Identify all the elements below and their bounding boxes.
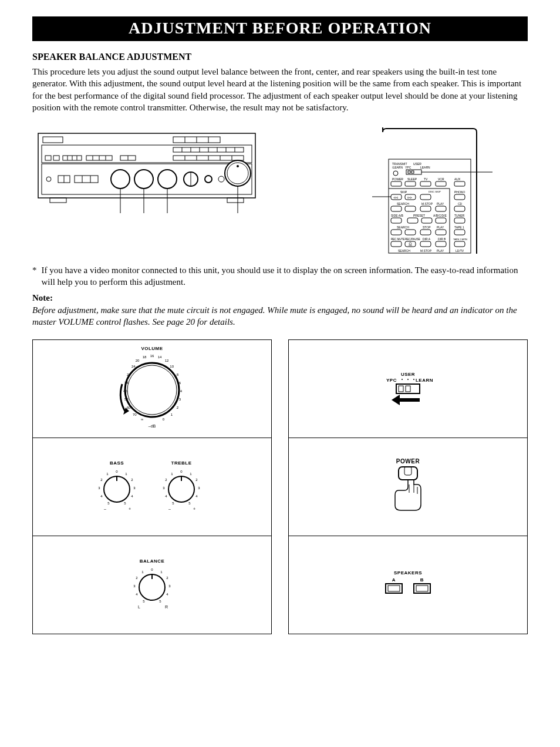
svg-rect-229 xyxy=(388,586,400,591)
svg-text:VOLUME: VOLUME xyxy=(141,346,163,351)
svg-rect-78 xyxy=(454,181,465,186)
svg-text:+: + xyxy=(129,507,131,511)
svg-rect-105 xyxy=(407,218,418,223)
svg-text:34: 34 xyxy=(124,381,129,385)
svg-text:SLEEP: SLEEP xyxy=(407,177,417,181)
svg-text:AUX: AUX xyxy=(454,177,461,181)
svg-point-42 xyxy=(218,176,224,182)
svg-text:18: 18 xyxy=(143,355,147,359)
svg-rect-221 xyxy=(404,467,411,475)
svg-text:PRESET: PRESET xyxy=(413,214,425,217)
svg-text:∞: ∞ xyxy=(141,418,143,421)
svg-text:⊲⊲: ⊲⊲ xyxy=(393,196,398,199)
svg-rect-35 xyxy=(42,164,252,194)
figure-row: TRANSMIT /LEARN USER YPC LEARN POWER SLE… xyxy=(32,127,528,254)
svg-text:4: 4 xyxy=(180,389,183,393)
svg-text:4: 4 xyxy=(100,494,103,498)
svg-text:1: 1 xyxy=(106,472,109,476)
step-grid: VOLUME 16 18 14 20 12 24 1 xyxy=(32,339,528,634)
svg-text:+: + xyxy=(193,507,195,511)
svg-text:LEARN: LEARN xyxy=(416,378,433,383)
svg-rect-113 xyxy=(391,230,402,235)
svg-rect-2 xyxy=(227,198,244,203)
asterisk-note: * If you have a video monitor connected … xyxy=(32,264,528,288)
svg-text:–: – xyxy=(104,507,106,511)
svg-text:VCR: VCR xyxy=(438,177,444,181)
volume-cell: VOLUME 16 18 14 20 12 24 1 xyxy=(33,340,271,438)
svg-rect-98 xyxy=(436,206,446,211)
svg-text:TV: TV xyxy=(424,177,428,181)
svg-text:M.STOP: M.STOP xyxy=(421,202,433,206)
right-column: USER YPC LEARN POWER xyxy=(288,339,528,634)
svg-text:L: L xyxy=(138,605,140,609)
svg-text:PLAY: PLAY xyxy=(437,249,444,253)
asterisk-text: If you have a video monitor connected to… xyxy=(42,264,528,288)
svg-rect-3 xyxy=(43,137,63,143)
svg-rect-220 xyxy=(399,467,417,480)
svg-point-61 xyxy=(393,171,398,176)
svg-text:4: 4 xyxy=(131,494,133,498)
svg-rect-77 xyxy=(436,181,446,186)
svg-rect-67 xyxy=(411,171,414,173)
svg-text:4: 4 xyxy=(165,494,167,498)
svg-rect-104 xyxy=(391,218,402,223)
svg-text:–dB: –dB xyxy=(149,424,156,428)
svg-text:SEARCH: SEARCH xyxy=(398,249,410,253)
svg-text:5: 5 xyxy=(124,502,126,505)
svg-text:4: 4 xyxy=(195,494,198,498)
svg-rect-24 xyxy=(53,156,59,160)
svg-text:1: 1 xyxy=(171,472,173,476)
svg-text:DIR B: DIR B xyxy=(438,237,446,241)
svg-rect-215 xyxy=(399,386,403,392)
svg-rect-127 xyxy=(454,241,465,247)
svg-text:TREBLE: TREBLE xyxy=(171,460,192,466)
note-label: Note: xyxy=(32,293,528,303)
svg-text:3: 3 xyxy=(133,486,136,490)
svg-text:PLAY: PLAY xyxy=(437,202,444,206)
svg-text:4: 4 xyxy=(136,593,138,596)
svg-rect-231 xyxy=(416,586,428,591)
svg-text:8: 8 xyxy=(177,373,179,376)
svg-text:3: 3 xyxy=(98,486,100,490)
svg-text:DIR A: DIR A xyxy=(423,237,431,241)
svg-text:STOP: STOP xyxy=(423,226,431,229)
svg-text:0: 0 xyxy=(180,470,183,473)
svg-point-51 xyxy=(225,160,251,186)
svg-text:B: B xyxy=(420,577,424,583)
svg-text:14: 14 xyxy=(158,355,162,359)
svg-rect-124 xyxy=(405,241,416,247)
svg-rect-74 xyxy=(391,181,402,186)
svg-point-135 xyxy=(125,363,179,417)
svg-point-211 xyxy=(402,379,403,380)
svg-rect-95 xyxy=(391,206,402,211)
svg-point-38 xyxy=(158,170,177,189)
svg-point-212 xyxy=(407,379,409,380)
svg-point-213 xyxy=(413,379,414,380)
svg-text:3: 3 xyxy=(133,584,136,588)
svg-rect-214 xyxy=(396,384,420,393)
svg-text:BASS: BASS xyxy=(110,460,124,466)
svg-rect-108 xyxy=(454,218,465,223)
svg-text:1: 1 xyxy=(141,570,144,574)
svg-text:/LEARN: /LEARN xyxy=(392,166,403,169)
svg-text:6: 6 xyxy=(179,381,181,385)
svg-text:POWER: POWER xyxy=(396,458,420,465)
svg-text:5: 5 xyxy=(107,502,110,505)
svg-text:5: 5 xyxy=(172,502,174,505)
bass-treble-cell: BASS 0 11 22 33 44 55 – + TREBLE xyxy=(33,438,271,536)
svg-text:2: 2 xyxy=(195,478,198,482)
svg-text:CD: CD xyxy=(458,202,463,206)
svg-rect-116 xyxy=(436,230,446,235)
power-cell: POWER xyxy=(289,438,527,536)
svg-rect-23 xyxy=(45,156,51,160)
svg-text:28: 28 xyxy=(127,373,131,376)
svg-text:M.STOP: M.STOP xyxy=(420,249,432,253)
svg-point-41 xyxy=(205,176,212,183)
svg-text:POWER: POWER xyxy=(392,177,403,181)
remote-diagram: TRANSMIT /LEARN USER YPC LEARN POWER SLE… xyxy=(372,127,492,254)
svg-text:0: 0 xyxy=(116,470,118,473)
svg-point-37 xyxy=(134,170,153,189)
svg-rect-76 xyxy=(420,181,431,186)
svg-rect-114 xyxy=(405,230,416,235)
svg-text:REC MUTE: REC MUTE xyxy=(391,238,405,241)
